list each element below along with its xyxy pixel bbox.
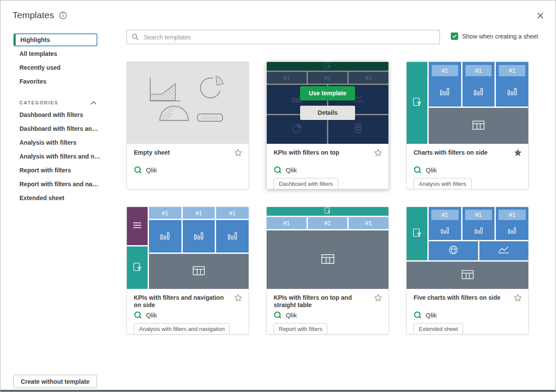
kpi-chart-tile: #1 xyxy=(429,207,461,240)
category-tag-chip[interactable]: Dashboard with filters xyxy=(274,178,338,189)
category-item-analysis-with-filters[interactable]: Analysis with filters xyxy=(13,136,97,149)
card-footer: KPIs with filters on top and straight ta… xyxy=(267,289,388,334)
sketch-charts-illustration xyxy=(145,74,231,132)
chevron-up-icon[interactable] xyxy=(91,101,97,105)
close-icon[interactable] xyxy=(537,12,544,19)
table-icon xyxy=(321,254,334,266)
card-footer: Charts with filters on side Qlik Analysi… xyxy=(407,144,528,189)
table-tile xyxy=(407,262,528,289)
category-item-report-with-filters-and[interactable]: Report with filters and na… xyxy=(13,177,97,191)
search-input[interactable] xyxy=(143,33,435,41)
card-footer: KPIs with filters and navigation on side… xyxy=(127,289,249,334)
filter-pane-tile xyxy=(407,62,427,144)
favorite-star-icon[interactable] xyxy=(513,293,523,305)
sidebar-item-label: Favorites xyxy=(19,78,46,85)
qlik-logo-icon xyxy=(134,311,142,319)
card-footer: KPIs with filters on top Qlik Dashboard … xyxy=(267,144,388,189)
category-item-dashboard-with-filters[interactable]: Dashboard with filters xyxy=(13,108,97,122)
table-icon xyxy=(193,266,205,277)
qlik-logo-icon xyxy=(414,166,422,174)
page-title: Templates xyxy=(13,10,54,20)
publisher-row: Qlik xyxy=(134,165,242,174)
kpi-label: #1 xyxy=(308,217,348,229)
menu-icon xyxy=(133,221,142,231)
favorite-star-icon[interactable] xyxy=(373,293,383,305)
card-title: Empty sheet xyxy=(134,149,230,165)
filter-pane-icon xyxy=(324,207,331,216)
favorite-star-icon[interactable] xyxy=(513,148,523,158)
qlik-logo-icon xyxy=(274,166,282,174)
template-thumbnail[interactable]: #1 #1 #1 xyxy=(127,207,249,289)
template-thumbnail[interactable]: #1 #1 #1 xyxy=(267,207,388,289)
kpi-chart-tile: #1 xyxy=(462,207,495,240)
sidebar-item-all-templates[interactable]: All templates xyxy=(13,47,97,61)
barchart-tile xyxy=(149,220,181,253)
template-thumbnail[interactable]: #1 #1 #1 xyxy=(407,207,528,289)
kpi-label: #1 xyxy=(349,217,388,229)
publisher-row: Qlik xyxy=(274,311,382,319)
barchart-tile xyxy=(183,220,215,253)
favorite-star-icon[interactable] xyxy=(233,293,243,305)
card-footer: Five charts with filters on side Qlik Ex… xyxy=(407,289,528,334)
sidebar-item-label: All templates xyxy=(19,50,57,57)
category-tag-chip[interactable]: Report with filters xyxy=(274,323,327,334)
show-when-creating-checkbox-row[interactable]: Show when creating a sheet xyxy=(451,32,538,40)
filter-pane-tile xyxy=(127,246,148,289)
template-card-kpis-filters-top[interactable]: #1 #1 #1 Use template Details K xyxy=(266,62,389,189)
card-title: KPIs with filters on top xyxy=(274,149,370,165)
template-card-charts-filters-side[interactable]: #1 #1 #1 xyxy=(406,62,529,189)
template-card-empty-sheet[interactable]: Empty sheet Qlik xyxy=(126,62,249,189)
template-thumbnail[interactable]: #1 #1 #1 Use template Details xyxy=(267,62,388,144)
category-tag-chip[interactable]: Extended sheet xyxy=(414,323,463,334)
use-template-button[interactable]: Use template xyxy=(300,86,355,100)
publisher-name: Qlik xyxy=(426,311,437,319)
filter-pane-tile xyxy=(407,207,427,260)
category-item-dashboard-with-filters-and[interactable]: Dashboard with filters an… xyxy=(13,122,97,136)
template-card-five-charts-filters-side[interactable]: #1 #1 #1 xyxy=(406,207,529,334)
template-card-kpis-filters-nav-side[interactable]: #1 #1 #1 KPIs with filters and navigatio… xyxy=(126,207,249,334)
kpi-label: #1 xyxy=(149,207,181,219)
kpi-label: #1 xyxy=(465,65,492,76)
template-card-kpis-top-straight-table[interactable]: #1 #1 #1 KPIs with filters on top and st… xyxy=(266,207,389,334)
kpi-label: #1 xyxy=(432,65,458,76)
details-button[interactable]: Details xyxy=(300,106,355,120)
category-item-report-with-filters[interactable]: Report with filters xyxy=(13,163,97,177)
publisher-row: Qlik xyxy=(414,311,522,319)
sidebar-item-recently-used[interactable]: Recently used xyxy=(13,61,97,75)
kpi-label: #1 xyxy=(498,210,526,220)
card-footer: Empty sheet Qlik xyxy=(127,144,249,174)
sidebar-item-favorites[interactable]: Favorites xyxy=(13,75,97,88)
categories-header[interactable]: CATEGORIES xyxy=(13,97,97,108)
barchart-icon xyxy=(496,220,528,240)
category-tag-chip[interactable]: Analysis with filters and navigation xyxy=(134,323,230,334)
card-hover-actions: Use template Details xyxy=(267,62,388,144)
template-thumbnail[interactable]: #1 #1 #1 xyxy=(407,62,528,144)
kpi-chart-tile: #1 xyxy=(496,207,528,240)
kpi-chart-tile: #1 xyxy=(462,62,495,107)
favorite-star-icon[interactable] xyxy=(233,148,243,159)
table-tile xyxy=(429,108,528,144)
checkbox-icon[interactable] xyxy=(451,32,458,40)
kpi-label: #1 xyxy=(431,210,459,220)
info-icon[interactable] xyxy=(59,11,67,19)
template-thumbnail[interactable] xyxy=(127,62,249,144)
kpi-label: #1 xyxy=(267,217,307,229)
barchart-icon xyxy=(429,76,461,107)
publisher-row: Qlik xyxy=(134,311,242,319)
sidebar-item-label: Highlights xyxy=(20,36,50,43)
favorite-star-icon[interactable] xyxy=(373,148,383,159)
create-without-template-button[interactable]: Create without template xyxy=(13,375,97,388)
navigation-menu-tile xyxy=(127,207,148,245)
category-item-analysis-with-filters-and[interactable]: Analysis with filters and n… xyxy=(13,149,97,163)
filter-pane-icon xyxy=(133,262,142,274)
barchart-icon xyxy=(496,76,528,107)
sidebar-item-highlights[interactable]: Highlights xyxy=(13,33,97,46)
kpi-label: #1 xyxy=(216,207,249,219)
categories-label: CATEGORIES xyxy=(19,100,58,105)
category-item-extended-sheet[interactable]: Extended sheet xyxy=(13,191,97,205)
kpi-chart-tile: #1 xyxy=(496,62,528,107)
checkbox-label: Show when creating a sheet xyxy=(462,33,538,40)
qlik-logo-icon xyxy=(134,166,142,174)
category-tag-chip[interactable]: Analysis with filters xyxy=(414,178,472,189)
publisher-name: Qlik xyxy=(146,166,157,174)
